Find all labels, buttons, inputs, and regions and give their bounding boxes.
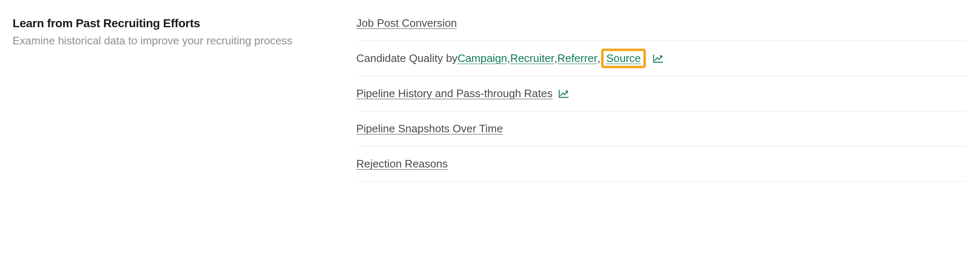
separator: , xyxy=(507,52,510,65)
link-pipeline-snapshots[interactable]: Pipeline Snapshots Over Time xyxy=(356,122,503,135)
report-row-job-post-conversion: Job Post Conversion xyxy=(356,17,967,41)
link-pipeline-history[interactable]: Pipeline History and Pass-through Rates xyxy=(356,87,552,100)
chart-icon xyxy=(653,54,664,63)
link-source[interactable]: Source xyxy=(606,52,640,65)
link-campaign[interactable]: Campaign xyxy=(457,52,507,65)
highlight-source: Source xyxy=(601,49,646,68)
section-subtitle: Examine historical data to improve your … xyxy=(13,34,331,47)
link-recruiter[interactable]: Recruiter xyxy=(510,52,554,65)
separator: , xyxy=(597,52,600,65)
report-row-candidate-quality: Candidate Quality by Campaign , Recruite… xyxy=(356,41,967,76)
separator: , xyxy=(555,52,557,65)
chart-icon xyxy=(558,89,569,98)
link-referrer[interactable]: Referrer xyxy=(557,52,597,65)
link-job-post-conversion[interactable]: Job Post Conversion xyxy=(356,17,457,30)
report-row-pipeline-history: Pipeline History and Pass-through Rates xyxy=(356,76,967,111)
report-row-rejection-reasons: Rejection Reasons xyxy=(356,147,967,182)
candidate-quality-label: Candidate Quality by xyxy=(356,52,457,65)
link-rejection-reasons[interactable]: Rejection Reasons xyxy=(356,157,448,170)
report-row-pipeline-snapshots: Pipeline Snapshots Over Time xyxy=(356,111,967,147)
section-title: Learn from Past Recruiting Efforts xyxy=(13,17,331,30)
